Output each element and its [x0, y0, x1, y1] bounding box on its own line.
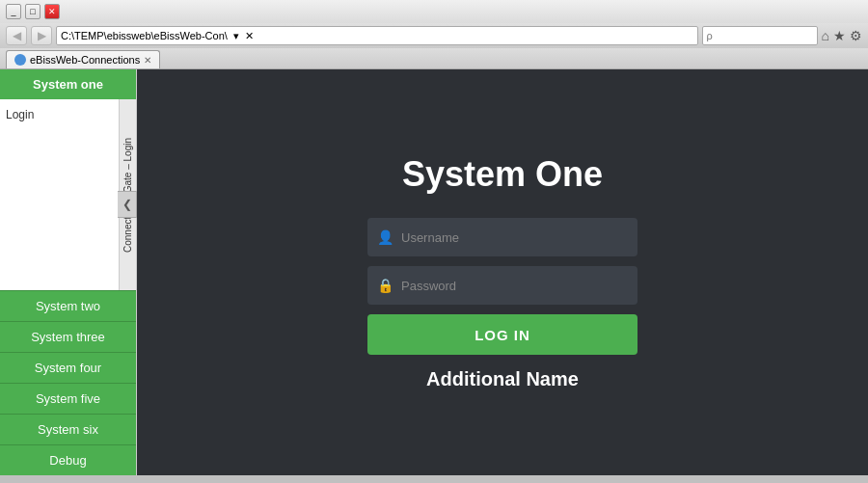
sidebar-login-label: Login	[6, 108, 34, 121]
username-input[interactable]	[401, 230, 628, 245]
lock-icon: 🔒	[377, 278, 393, 293]
sidebar: System one Login Connection: eGate – Log…	[0, 69, 137, 475]
sidebar-nav-list: System two System three System four Syst…	[0, 290, 136, 475]
system-title: System One	[402, 154, 603, 195]
maximize-button[interactable]: □	[25, 4, 41, 19]
password-input[interactable]	[401, 279, 628, 293]
sidebar-item-system-one[interactable]: System one	[0, 69, 136, 99]
user-icon: 👤	[377, 229, 393, 245]
sidebar-item-system-two[interactable]: System two	[0, 290, 136, 321]
chevron-left-icon: ❮	[122, 198, 132, 211]
tab-label: eBissWeb-Connections	[30, 54, 140, 66]
login-form: 👤 🔒 LOG IN	[367, 218, 637, 355]
sidebar-collapse-button[interactable]: ❮	[118, 191, 137, 218]
additional-name: Additional Name	[426, 368, 579, 390]
search-input[interactable]	[702, 26, 818, 45]
sidebar-item-system-five[interactable]: System five	[0, 383, 136, 414]
password-row: 🔒	[367, 266, 637, 305]
favorites-button[interactable]: ★	[833, 28, 846, 43]
browser-tab[interactable]: eBissWeb-Connections ✕	[6, 50, 160, 68]
tab-close-icon[interactable]: ✕	[144, 55, 151, 66]
main-content: System One 👤 🔒 LOG IN Additional Name	[137, 69, 868, 475]
forward-button[interactable]: ▶	[31, 26, 52, 45]
address-input[interactable]	[56, 26, 698, 45]
sidebar-item-system-four[interactable]: System four	[0, 352, 136, 383]
login-button[interactable]: LOG IN	[367, 314, 637, 355]
close-button[interactable]: ✕	[44, 4, 60, 19]
username-row: 👤	[367, 218, 637, 256]
home-button[interactable]: ⌂	[822, 28, 829, 43]
sidebar-item-system-six[interactable]: System six	[0, 414, 136, 444]
sidebar-item-system-three[interactable]: System three	[0, 321, 136, 352]
tab-icon	[14, 54, 26, 66]
settings-button[interactable]: ⚙	[850, 28, 862, 43]
back-button[interactable]: ◀	[6, 26, 27, 45]
sidebar-item-debug[interactable]: Debug	[0, 444, 136, 475]
minimize-button[interactable]: _	[6, 4, 21, 19]
